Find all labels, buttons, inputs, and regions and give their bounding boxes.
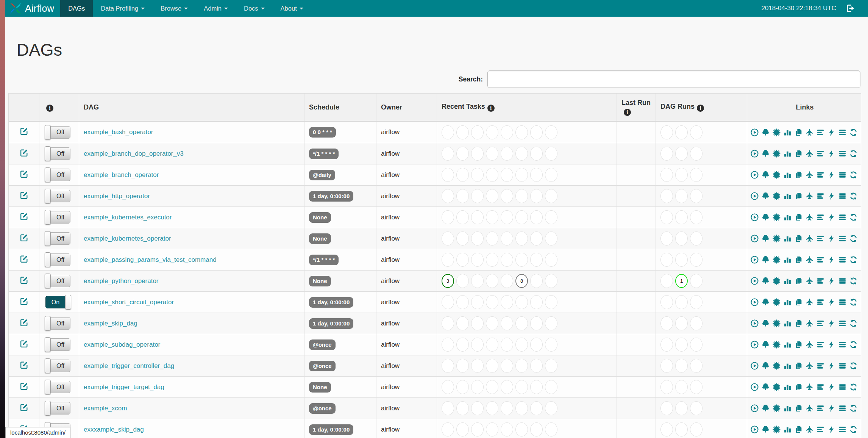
- dag-details-icon[interactable]: [838, 404, 846, 412]
- dag-details-icon[interactable]: [838, 425, 846, 433]
- task-state-circle[interactable]: [501, 274, 513, 288]
- landing-times-icon[interactable]: [806, 150, 813, 158]
- graph-view-icon[interactable]: [773, 425, 781, 433]
- dag-details-icon[interactable]: [838, 213, 846, 221]
- gantt-icon[interactable]: [816, 171, 824, 179]
- dag-run-circle[interactable]: [690, 189, 703, 203]
- dag-run-circle[interactable]: [675, 168, 688, 182]
- task-state-circle[interactable]: [545, 253, 557, 267]
- dag-details-icon[interactable]: [838, 128, 846, 136]
- dag-pause-toggle[interactable]: Off: [45, 147, 70, 160]
- refresh-icon[interactable]: [849, 298, 857, 306]
- task-state-circle[interactable]: [471, 125, 484, 139]
- dag-pause-toggle[interactable]: Off: [45, 253, 70, 266]
- task-duration-icon[interactable]: [784, 150, 792, 158]
- task-state-circle[interactable]: [442, 359, 454, 373]
- refresh-icon[interactable]: [849, 425, 857, 433]
- task-state-circle[interactable]: [501, 147, 513, 161]
- dag-name-link[interactable]: example_http_operator: [84, 192, 150, 200]
- task-state-circle[interactable]: [471, 316, 484, 330]
- task-state-circle[interactable]: [471, 359, 484, 373]
- code-view-icon[interactable]: [827, 128, 835, 136]
- dag-run-circle[interactable]: [675, 232, 688, 246]
- dag-run-circle[interactable]: [660, 147, 673, 161]
- task-state-circle[interactable]: [530, 316, 543, 330]
- task-state-circle[interactable]: [456, 189, 469, 203]
- task-duration-icon[interactable]: [784, 192, 792, 200]
- tree-view-icon[interactable]: [762, 319, 770, 327]
- task-state-circle[interactable]: [501, 125, 513, 139]
- task-state-circle[interactable]: [515, 401, 528, 415]
- dag-run-circle[interactable]: [675, 210, 688, 224]
- task-state-circle[interactable]: [442, 253, 454, 267]
- task-state-circle[interactable]: [486, 168, 498, 182]
- nav-item-dags[interactable]: DAGs: [60, 0, 93, 17]
- task-state-circle[interactable]: [456, 359, 469, 373]
- dag-run-circle[interactable]: [690, 274, 703, 288]
- dag-run-circle[interactable]: [660, 422, 673, 436]
- task-state-circle[interactable]: [456, 210, 469, 224]
- tree-view-icon[interactable]: [762, 362, 770, 370]
- task-state-circle[interactable]: [515, 147, 528, 161]
- task-state-circle[interactable]: [486, 232, 498, 246]
- task-duration-icon[interactable]: [784, 383, 792, 391]
- dag-run-circle[interactable]: [675, 338, 688, 352]
- tree-view-icon[interactable]: [762, 404, 770, 412]
- refresh-icon[interactable]: [849, 128, 857, 136]
- task-state-circle[interactable]: [545, 401, 557, 415]
- nav-item-about[interactable]: About: [273, 0, 311, 17]
- task-state-circle[interactable]: [501, 253, 513, 267]
- task-state-circle[interactable]: 8: [515, 274, 528, 288]
- dag-run-circle[interactable]: [675, 295, 688, 309]
- graph-view-icon[interactable]: [773, 235, 781, 242]
- edit-dag-icon[interactable]: [20, 276, 28, 285]
- edit-dag-icon[interactable]: [20, 339, 28, 348]
- dag-details-icon[interactable]: [838, 362, 846, 370]
- dag-run-circle[interactable]: [690, 316, 703, 330]
- graph-view-icon[interactable]: [773, 256, 781, 264]
- refresh-icon[interactable]: [849, 150, 857, 158]
- dag-pause-toggle[interactable]: Off: [45, 402, 70, 415]
- dag-run-circle[interactable]: [675, 253, 688, 267]
- dag-run-circle[interactable]: [690, 253, 703, 267]
- trigger-dag-icon[interactable]: [751, 171, 759, 179]
- dag-run-circle[interactable]: [660, 274, 673, 288]
- graph-view-icon[interactable]: [773, 383, 781, 391]
- code-view-icon[interactable]: [827, 171, 835, 179]
- task-state-circle[interactable]: [456, 422, 469, 436]
- edit-dag-icon[interactable]: [20, 255, 28, 263]
- dag-run-circle[interactable]: [660, 232, 673, 246]
- task-state-circle[interactable]: [486, 338, 498, 352]
- dag-run-circle[interactable]: [660, 189, 673, 203]
- dag-name-link[interactable]: example_skip_dag: [84, 320, 137, 327]
- task-tries-icon[interactable]: [795, 128, 802, 136]
- task-duration-icon[interactable]: [784, 277, 792, 285]
- task-state-circle[interactable]: [442, 125, 454, 139]
- column-header-blank[interactable]: i: [39, 94, 79, 122]
- edit-dag-icon[interactable]: [20, 297, 28, 306]
- dag-run-circle[interactable]: [660, 401, 673, 415]
- dag-name-link[interactable]: exxxample_skip_dag: [84, 426, 144, 433]
- refresh-icon[interactable]: [849, 383, 857, 391]
- task-state-circle[interactable]: [515, 422, 528, 436]
- landing-times-icon[interactable]: [806, 128, 813, 136]
- gantt-icon[interactable]: [816, 404, 824, 412]
- trigger-dag-icon[interactable]: [751, 319, 759, 327]
- gantt-icon[interactable]: [816, 235, 824, 242]
- landing-times-icon[interactable]: [806, 425, 813, 433]
- task-state-circle[interactable]: [545, 295, 557, 309]
- dag-run-circle[interactable]: [690, 338, 703, 352]
- dag-run-circle[interactable]: [690, 401, 703, 415]
- tree-view-icon[interactable]: [762, 171, 770, 179]
- task-tries-icon[interactable]: [795, 256, 802, 264]
- tree-view-icon[interactable]: [762, 425, 770, 433]
- task-state-circle[interactable]: [486, 295, 498, 309]
- task-state-circle[interactable]: [545, 274, 557, 288]
- dag-details-icon[interactable]: [838, 383, 846, 391]
- task-state-circle[interactable]: [515, 168, 528, 182]
- code-view-icon[interactable]: [827, 213, 835, 221]
- task-state-circle[interactable]: [456, 338, 469, 352]
- task-state-circle[interactable]: [501, 295, 513, 309]
- column-header-links[interactable]: Links: [747, 94, 861, 122]
- task-state-circle[interactable]: [456, 401, 469, 415]
